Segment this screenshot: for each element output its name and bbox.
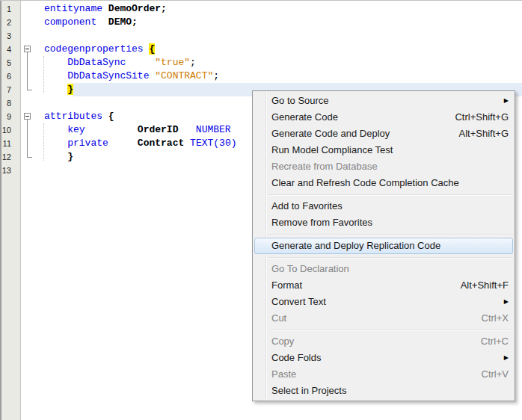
code-token — [102, 111, 108, 122]
line-number: 8 — [0, 96, 20, 110]
code-line-3[interactable] — [35, 29, 522, 43]
menu-item-label: Add to Favorites — [271, 198, 343, 214]
menu-item-shortcut: Ctrl+V — [482, 366, 509, 383]
code-token: component — [44, 16, 96, 28]
menu-item-shortcut: Alt+Shift+G — [459, 126, 509, 142]
code-token: entityname — [44, 3, 102, 14]
menu-item-label: Cut — [271, 310, 286, 327]
code-token: DemoOrder; — [108, 3, 167, 14]
line-number: 12 — [0, 150, 20, 164]
line-number: 6 — [0, 70, 20, 83]
code-token: ; — [213, 70, 219, 81]
menu-item-label: Generate Code — [271, 109, 338, 126]
menu-item-label: Go to Source — [271, 93, 329, 109]
code-token: attributes — [44, 111, 102, 122]
menu-item-label: Code Folds — [271, 350, 321, 366]
code-token: OrderID — [138, 124, 179, 135]
minus-icon — [25, 49, 29, 49]
menu-item-shortcut: Ctrl+C — [481, 333, 509, 350]
line-number: 2 — [0, 16, 20, 29]
menu-separator — [268, 330, 513, 331]
menu-item-recreate-from-database: Recreate from Database — [253, 158, 515, 175]
editor-window: 12345678910111213 entityname DemoOrder;c… — [0, 0, 522, 420]
menu-item-label: Copy — [271, 333, 294, 350]
code-token: private — [67, 138, 108, 149]
code-token — [178, 124, 195, 135]
fold-guide-line — [27, 120, 28, 157]
code-token — [44, 57, 67, 68]
code-token: DbDataSync — [67, 57, 126, 68]
code-token: DbDataSyncSite — [67, 70, 149, 81]
code-line-2[interactable]: component DEMO; — [35, 16, 522, 29]
menu-separator — [268, 234, 513, 235]
code-token: { — [108, 111, 114, 122]
menu-item-label: Generate Code and Deploy — [271, 126, 390, 142]
menu-item-label: Go To Declaration — [271, 261, 349, 277]
fold-guide-end — [27, 90, 32, 90]
code-token — [184, 138, 190, 149]
menu-item-run-model-compliance-test[interactable]: Run Model Compliance Test — [253, 142, 515, 158]
menu-item-label: Convert Text — [271, 294, 326, 310]
menu-item-go-to-declaration: Go To Declaration — [253, 261, 515, 277]
line-number: 5 — [0, 56, 20, 70]
line-number: 1 — [0, 2, 20, 16]
code-line-4[interactable]: codegenproperties { — [35, 43, 522, 56]
menu-item-generate-and-deploy-replication-code[interactable]: Generate and Deploy Replication Code — [254, 238, 513, 254]
menu-item-remove-from-favorites[interactable]: Remove from Favorites — [253, 214, 515, 231]
menu-item-shortcut: Ctrl+X — [482, 310, 509, 327]
menu-item-generate-code-and-deploy[interactable]: Generate Code and DeployAlt+Shift+G — [253, 126, 515, 142]
code-token — [44, 124, 67, 135]
fold-collapse-icon[interactable] — [24, 46, 31, 52]
code-token: } — [67, 151, 73, 162]
editor-left-border — [0, 1, 1, 420]
minus-icon — [25, 116, 29, 117]
matched-brace: { — [149, 43, 155, 55]
code-token — [126, 57, 155, 68]
context-menu: Go to Source▶Generate CodeCtrl+Shift+GGe… — [252, 90, 515, 401]
submenu-arrow-icon: ▶ — [504, 350, 509, 366]
submenu-arrow-icon: ▶ — [504, 93, 509, 109]
line-number: 3 — [0, 29, 20, 43]
code-token: Contract — [138, 138, 184, 149]
menu-item-clear-and-refresh-code-completion-cache[interactable]: Clear and Refresh Code Completion Cache — [253, 175, 515, 191]
menu-item-label: Run Model Compliance Test — [271, 142, 393, 158]
code-token — [44, 84, 67, 95]
menu-item-copy: CopyCtrl+C — [253, 333, 515, 350]
menu-item-convert-text[interactable]: Convert Text▶ — [253, 294, 515, 310]
code-token: TEXT(30) — [190, 138, 236, 149]
menu-item-code-folds[interactable]: Code Folds▶ — [253, 350, 515, 366]
code-token: codegenproperties — [44, 43, 144, 55]
menu-item-generate-code[interactable]: Generate CodeCtrl+Shift+G — [253, 109, 515, 126]
code-token — [96, 16, 108, 28]
code-token: DEMO; — [108, 16, 138, 28]
code-line-1[interactable]: entityname DemoOrder; — [35, 2, 522, 16]
code-token — [44, 151, 67, 162]
code-token — [102, 3, 108, 14]
menu-item-paste: PasteCtrl+V — [253, 366, 515, 383]
code-token: "CONTRACT" — [155, 70, 213, 81]
line-number: 13 — [0, 164, 20, 177]
code-token: key — [67, 124, 85, 135]
menu-item-add-to-favorites[interactable]: Add to Favorites — [253, 198, 515, 214]
menu-separator — [268, 194, 513, 196]
code-token: NUMBER — [196, 124, 231, 135]
code-token: "true" — [155, 57, 190, 68]
fold-collapse-icon[interactable] — [24, 113, 31, 120]
menu-item-select-in-projects[interactable]: Select in Projects — [253, 383, 515, 399]
line-number: 11 — [0, 137, 20, 150]
menu-item-label: Paste — [271, 366, 296, 383]
code-line-6[interactable]: DbDataSyncSite "CONTRACT"; — [35, 70, 522, 83]
menu-item-label: Select in Projects — [271, 383, 346, 399]
line-number-gutter: 12345678910111213 — [0, 1, 21, 420]
menu-item-format[interactable]: FormatAlt+Shift+F — [253, 277, 515, 294]
menu-separator — [268, 257, 513, 259]
line-number: 4 — [0, 43, 20, 56]
fold-guide-line — [27, 52, 28, 90]
code-token — [85, 124, 138, 135]
code-line-5[interactable]: DbDataSync "true"; — [35, 56, 522, 70]
line-number: 9 — [0, 110, 20, 123]
menu-item-label: Clear and Refresh Code Completion Cache — [271, 175, 459, 191]
menu-item-go-to-source[interactable]: Go to Source▶ — [253, 93, 515, 109]
fold-guide-end — [27, 157, 32, 158]
code-token — [44, 70, 67, 81]
